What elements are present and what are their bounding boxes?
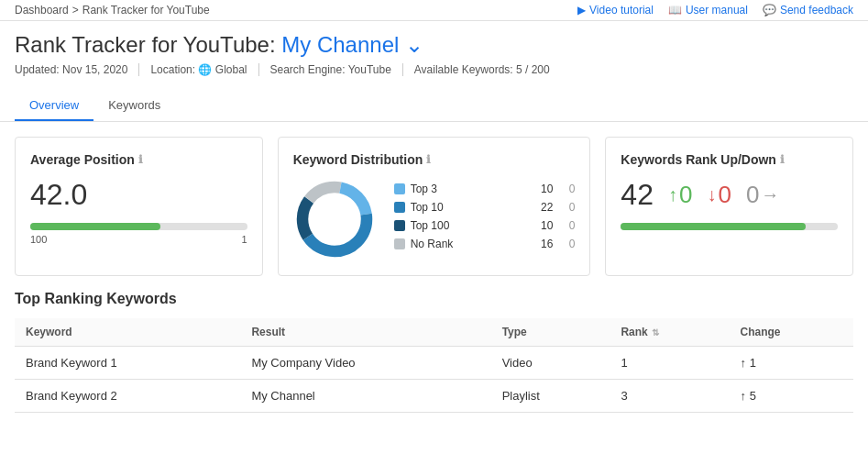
cell-type: Playlist: [491, 380, 610, 413]
top10-count: 22: [533, 201, 553, 214]
table-header-row: Keyword Result Type Rank ⇅ Change: [15, 318, 853, 347]
keyword-distribution-card: Keyword Distribution ℹ: [278, 137, 591, 276]
avg-position-title: Average Position ℹ: [30, 152, 247, 167]
avg-position-value: 42.0: [30, 178, 247, 212]
page-title: Rank Tracker for YouTube: My Channel ⌄: [15, 32, 853, 58]
cell-keyword: Brand Keyword 2: [15, 380, 240, 413]
topbar: Dashboard > Rank Tracker for YouTube ▶ V…: [0, 0, 868, 21]
kd-info-icon[interactable]: ℹ: [426, 153, 431, 166]
top10-change: 0: [558, 201, 575, 214]
col-type: Type: [491, 318, 610, 347]
top3-label: Top 3: [411, 183, 528, 195]
up-arrow-icon: ↑: [668, 184, 677, 205]
tab-overview[interactable]: Overview: [15, 91, 93, 121]
rank-neutral-count: 0: [746, 181, 759, 209]
progress-min: 100: [30, 234, 47, 245]
cards-container: Average Position ℹ 42.0 100 1 Keyword Di…: [0, 122, 868, 291]
svg-point-4: [313, 199, 355, 240]
top100-color: [394, 220, 405, 231]
table-row: Brand Keyword 2 My Channel Playlist 3 ↑ …: [15, 380, 853, 413]
norank-label: No Rank: [411, 238, 528, 250]
send-feedback-link[interactable]: 💬 Send feedback: [763, 4, 853, 17]
avg-position-info-icon[interactable]: ℹ: [138, 153, 143, 166]
meta-bar: Updated: Nov 15, 2020 Location: 🌐 Global…: [15, 63, 853, 76]
top10-color: [394, 202, 405, 213]
top100-label: Top 100: [411, 219, 528, 232]
rank-up-indicator: ↑ 0: [668, 181, 692, 209]
donut-svg: [293, 178, 376, 260]
tab-keywords[interactable]: Keywords: [93, 91, 175, 121]
col-change: Change: [730, 318, 853, 347]
title-static: Rank Tracker for YouTube:: [15, 32, 276, 57]
top-ranking-table: Keyword Result Type Rank ⇅ Change Brand …: [15, 318, 853, 413]
rank-progress-bar: [621, 223, 838, 230]
kd-content: Top 3 10 0 Top 10 22 0 Top 100 10 0: [293, 178, 576, 260]
play-icon: ▶: [577, 4, 586, 17]
top3-change: 0: [558, 183, 575, 195]
norank-count: 16: [533, 238, 553, 250]
top3-count: 10: [533, 183, 553, 195]
rank-updown-info-icon[interactable]: ℹ: [780, 153, 785, 166]
avg-progress-fill: [30, 223, 160, 230]
rank-up-count: 0: [679, 181, 692, 209]
breadcrumb: Dashboard > Rank Tracker for YouTube: [15, 4, 210, 17]
globe-icon: 🌐: [198, 63, 212, 76]
rank-down-indicator: ↓ 0: [707, 181, 731, 209]
cell-result: My Channel: [240, 380, 490, 413]
neutral-arrow-icon: →: [761, 184, 779, 205]
topbar-actions: ▶ Video tutorial 📖 User manual 💬 Send fe…: [577, 4, 853, 17]
top-ranking-title: Top Ranking Keywords: [15, 291, 853, 307]
user-manual-link[interactable]: 📖 User manual: [668, 4, 748, 17]
rank-updown-card: Keywords Rank Up/Down ℹ 42 ↑ 0 ↓ 0 0 →: [605, 137, 853, 276]
top100-count: 10: [533, 219, 553, 232]
cell-change: ↑ 5: [730, 380, 853, 413]
top10-label: Top 10: [411, 201, 528, 214]
legend-top3: Top 3 10 0: [394, 183, 576, 195]
top-ranking-section: Top Ranking Keywords Keyword Result Type…: [0, 291, 868, 427]
avg-position-card: Average Position ℹ 42.0 100 1: [15, 137, 263, 276]
meta-available-keywords: Available Keywords: 5 / 200: [403, 63, 561, 76]
page-header: Rank Tracker for YouTube: My Channel ⌄ U…: [0, 21, 868, 83]
avg-progress-bar: [30, 223, 247, 230]
legend-norank: No Rank 16 0: [394, 238, 576, 250]
channel-selector[interactable]: My Channel ⌄: [281, 32, 423, 57]
tab-bar: Overview Keywords: [0, 91, 868, 122]
breadcrumb-separator: >: [72, 4, 79, 17]
breadcrumb-dashboard[interactable]: Dashboard: [15, 4, 69, 17]
legend-top100: Top 100 10 0: [394, 219, 576, 232]
avg-progress-labels: 100 1: [30, 234, 247, 245]
meta-search-engine: Search Engine: YouTube: [259, 63, 403, 76]
cell-result: My Company Video: [240, 347, 490, 380]
col-keyword: Keyword: [15, 318, 240, 347]
progress-max: 1: [242, 234, 247, 245]
rank-down-count: 0: [718, 181, 731, 209]
col-rank[interactable]: Rank ⇅: [610, 318, 729, 347]
legend-top10: Top 10 22 0: [394, 201, 576, 214]
rank-progress-fill: [621, 223, 805, 230]
kd-legend: Top 3 10 0 Top 10 22 0 Top 100 10 0: [394, 183, 576, 256]
donut-chart: [293, 178, 376, 260]
meta-updated: Updated: Nov 15, 2020: [15, 63, 139, 76]
top3-color: [394, 183, 405, 194]
cell-keyword: Brand Keyword 1: [15, 347, 240, 380]
cell-rank: 3: [610, 380, 729, 413]
norank-color: [394, 238, 405, 249]
col-result: Result: [240, 318, 490, 347]
meta-location: Location: 🌐 Global: [139, 63, 258, 76]
rank-updown-values: 42 ↑ 0 ↓ 0 0 →: [621, 178, 838, 212]
rank-filter-icon: ⇅: [652, 327, 659, 338]
kd-title: Keyword Distribution ℹ: [293, 152, 576, 167]
top100-change: 0: [558, 219, 575, 232]
down-arrow-icon: ↓: [707, 184, 716, 205]
book-icon: 📖: [668, 4, 682, 17]
video-tutorial-link[interactable]: ▶ Video tutorial: [577, 4, 654, 17]
table-row: Brand Keyword 1 My Company Video Video 1…: [15, 347, 853, 380]
feedback-icon: 💬: [763, 4, 776, 17]
cell-change: ↑ 1: [730, 347, 853, 380]
norank-change: 0: [558, 238, 575, 250]
rank-neutral-indicator: 0 →: [746, 181, 779, 209]
breadcrumb-current: Rank Tracker for YouTube: [82, 4, 210, 17]
cell-rank: 1: [610, 347, 729, 380]
cell-type: Video: [491, 347, 610, 380]
rank-updown-title: Keywords Rank Up/Down ℹ: [621, 152, 838, 167]
